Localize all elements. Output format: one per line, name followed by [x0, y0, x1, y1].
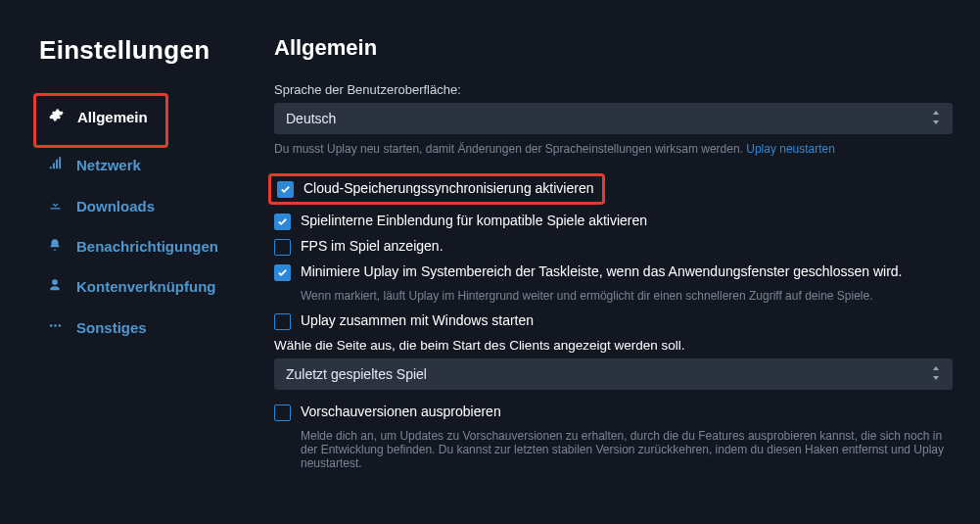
sidebar-item-label: Benachrichtigungen	[76, 238, 218, 255]
minimize-hint: Wenn markiert, läuft Uplay im Hintergrun…	[301, 289, 953, 303]
sidebar-item-network[interactable]: Netzwerk	[39, 148, 274, 181]
svg-point-2	[58, 324, 61, 327]
sidebar-item-misc[interactable]: Sonstiges	[39, 310, 274, 344]
page-heading: Allgemein	[274, 35, 953, 61]
sidebar-nav: Allgemein Netzwerk Downloads	[39, 93, 274, 344]
sidebar-item-accounts[interactable]: Kontenverknüpfung	[39, 270, 274, 303]
gear-icon	[48, 108, 64, 125]
cloud-sync-label: Cloud-Speicherungssynchronisierung aktiv…	[303, 180, 594, 196]
bell-icon	[47, 238, 63, 255]
autostart-label: Uplay zusammen mit Windows starten	[301, 312, 534, 328]
signal-icon	[47, 156, 63, 173]
minimize-checkbox[interactable]	[274, 264, 291, 281]
fps-label: FPS im Spiel anzeigen.	[301, 238, 443, 254]
overlay-label: Spielinterne Einblendung für kompatible …	[301, 213, 647, 228]
settings-main: Allgemein Sprache der Benutzeroberfläche…	[274, 0, 980, 524]
sidebar-item-general[interactable]: Allgemein	[40, 100, 156, 133]
startpage-select[interactable]: Zuletzt gespieltes Spiel	[274, 358, 953, 390]
svg-point-0	[49, 324, 52, 327]
language-value: Deutsch	[286, 111, 336, 126]
overlay-checkbox[interactable]	[274, 214, 291, 230]
sidebar-item-label: Allgemein	[77, 109, 148, 125]
startpage-value: Zuletzt gespieltes Spiel	[286, 366, 427, 382]
sidebar-item-label: Netzwerk	[76, 157, 141, 173]
settings-sidebar: Einstellungen Allgemein Netzwerk	[0, 0, 274, 524]
sidebar-item-general-highlight: Allgemein	[33, 93, 168, 148]
download-icon	[47, 197, 63, 214]
svg-point-1	[54, 324, 57, 327]
language-select[interactable]: Deutsch	[274, 103, 953, 134]
sidebar-item-label: Kontenverknüpfung	[76, 278, 216, 295]
user-icon	[47, 278, 63, 295]
fps-checkbox[interactable]	[274, 239, 291, 256]
autostart-checkbox[interactable]	[274, 313, 291, 330]
preview-label: Vorschauversionen ausprobieren	[301, 404, 501, 419]
sidebar-item-downloads[interactable]: Downloads	[39, 189, 274, 222]
restart-link[interactable]: Uplay neustarten	[746, 142, 835, 156]
sidebar-item-label: Sonstiges	[76, 319, 147, 336]
language-hint: Du musst Uplay neu starten, damit Änderu…	[274, 142, 953, 156]
sidebar-item-label: Downloads	[76, 198, 155, 214]
sidebar-item-notifications[interactable]: Benachrichtigungen	[39, 230, 274, 262]
settings-title: Einstellungen	[39, 35, 274, 66]
chevron-updown-icon	[931, 366, 941, 382]
startpage-label: Wähle die Seite aus, die beim Start des …	[274, 338, 953, 353]
minimize-label: Minimiere Uplay im Systembereich der Tas…	[301, 263, 902, 279]
cloud-sync-highlight: Cloud-Speicherungssynchronisierung aktiv…	[268, 173, 605, 205]
language-label: Sprache der Benutzeroberfläche:	[274, 82, 953, 97]
dots-icon	[47, 318, 63, 336]
cloud-sync-checkbox[interactable]	[277, 181, 294, 198]
chevron-updown-icon	[931, 111, 941, 126]
preview-hint: Melde dich an, um Updates zu Vorschauver…	[301, 429, 953, 470]
preview-checkbox[interactable]	[274, 405, 291, 421]
